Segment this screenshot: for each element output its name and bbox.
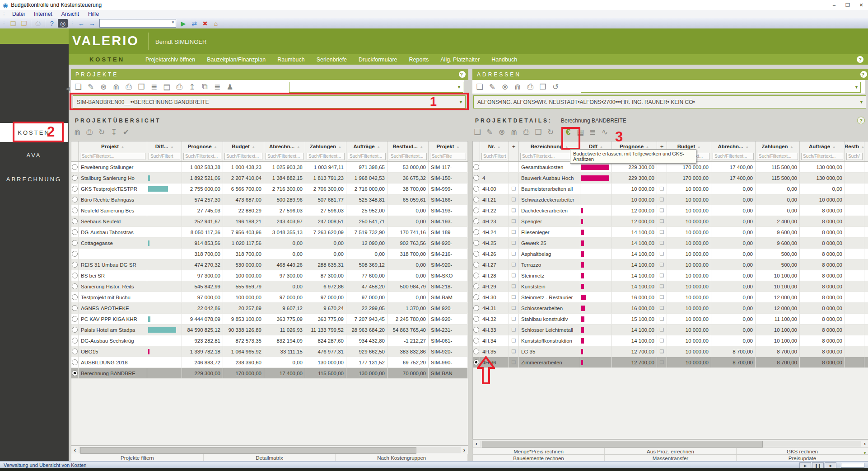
document-icon[interactable]: ❏ xyxy=(660,251,664,257)
filter-input[interactable]: Such/Filtertext... xyxy=(266,153,303,160)
filter-input[interactable]: Such/Filtertext... xyxy=(801,153,843,160)
sort-arrow-icon[interactable]: ▲ xyxy=(646,145,649,148)
project-list-icon[interactable]: ≣ xyxy=(149,82,159,92)
sort-arrow-icon[interactable]: ▲ xyxy=(832,145,835,148)
sort-arrow-icon[interactable]: ▲ xyxy=(565,145,568,148)
document-icon[interactable]: ❏ xyxy=(512,273,516,278)
sort-arrow-icon[interactable]: ▲ xyxy=(600,145,603,148)
table-row[interactable]: Erweiterung Stallunger1 082 583,381 000 … xyxy=(71,162,468,173)
sort-arrow-icon[interactable]: ▲ xyxy=(861,145,864,148)
nav-link-raumbuch[interactable]: Raumbuch xyxy=(277,57,304,63)
sort-arrow-icon[interactable]: ▲ xyxy=(497,145,500,148)
project-select-dropdown[interactable]: SIM-BANDBREN00__••BERECHNUNG BANDBREITE … xyxy=(73,95,466,108)
open-entry-icon[interactable]: ❒ xyxy=(533,127,543,137)
new-project-icon[interactable]: ❏ xyxy=(73,82,84,92)
sort-arrow-icon[interactable]: ▲ xyxy=(338,145,341,148)
recalculate-icon[interactable]: ↻ xyxy=(546,127,555,137)
run-icon[interactable]: ▶ xyxy=(178,19,188,28)
table-row[interactable]: 4H.00❏Baumeisterarbeiten all10 000,00❏10… xyxy=(473,184,868,194)
table-row[interactable]: 4H.21❏Schwarzdeckerarbeiter10 000,00❏10 … xyxy=(473,194,868,205)
filter-input[interactable]: Such/Filtertext... xyxy=(307,153,345,160)
filter-input[interactable]: Such/Filtert xyxy=(481,153,507,160)
details-col-restb[interactable]: Restb▲ xyxy=(845,141,864,151)
edit-address-icon[interactable]: ✎ xyxy=(487,82,498,92)
project-user-icon[interactable]: ♟ xyxy=(224,82,235,92)
document-icon[interactable]: ❏ xyxy=(512,316,516,322)
document-icon[interactable]: ❏ xyxy=(512,186,516,192)
filter-input[interactable]: Such/ xyxy=(846,153,863,160)
print-project-icon[interactable]: ⎙ xyxy=(123,82,134,92)
table-row[interactable]: Palais Hotel am Stadpa84 590 825,1290 33… xyxy=(71,325,468,335)
overview-col-projekt[interactable]: Projekt▲ xyxy=(79,141,147,151)
collapse-panel-icon[interactable]: ◄ xyxy=(65,85,71,92)
search-address-icon[interactable]: ⋒ xyxy=(512,82,523,92)
filter-input[interactable]: Such/Filtertext... xyxy=(713,153,754,160)
table-row[interactable]: Stallburg Sanierung Ho1 892 521,062 207 … xyxy=(71,173,468,184)
details-col-abrechn[interactable]: Abrechn...▲ xyxy=(711,141,756,151)
document-icon[interactable]: ❏ xyxy=(512,197,516,203)
document-icon[interactable]: ❏ xyxy=(660,327,664,333)
projects-help-icon[interactable]: ? xyxy=(459,71,466,78)
radio-button[interactable] xyxy=(72,262,78,268)
open-address-icon[interactable]: ❒ xyxy=(537,82,548,92)
radio-button[interactable] xyxy=(72,164,78,170)
table-row[interactable]: 4H.26❏Asphaltbelag14 100,00❏10 000,000,0… xyxy=(473,249,868,259)
footer-tab-aus-proz-errechnen[interactable]: Aus Proz. errechnen xyxy=(605,448,737,455)
open-project-icon[interactable]: ❒ xyxy=(136,82,147,92)
table-row[interactable]: DG-Ausbau Sechskrüg923 282,81872 573,358… xyxy=(71,335,468,346)
sidebar-item-abrechnung[interactable]: ABRECHNUNG xyxy=(0,170,68,188)
radio-button[interactable] xyxy=(72,273,78,278)
document-icon[interactable]: ❏ xyxy=(660,229,664,235)
radio-button[interactable] xyxy=(72,229,78,235)
radio-button[interactable] xyxy=(473,251,479,257)
radio-button[interactable] xyxy=(473,283,479,289)
calculator-icon[interactable]: ▦ xyxy=(575,127,585,137)
table-row[interactable]: Berechnung BANDBRE229 300,00170 000,0017… xyxy=(71,368,468,379)
minimize-button[interactable]: – xyxy=(827,0,841,10)
document-icon[interactable]: ❏ xyxy=(512,240,516,246)
filter-input[interactable]: Such/Filtert xyxy=(149,153,180,160)
footer-tab-menge-preis-rechnen[interactable]: Menge*Preis rechnen xyxy=(473,448,605,455)
chevron-down-icon[interactable]: ▼ xyxy=(171,20,175,24)
radio-button[interactable] xyxy=(72,338,78,344)
import-project-icon[interactable]: ↥ xyxy=(187,82,197,92)
close-button[interactable]: ✕ xyxy=(854,0,868,10)
document-icon[interactable]: ❏ xyxy=(512,359,516,365)
table-row[interactable]: AGNES-APOTHEKE22 042,8620 257,899 607,12… xyxy=(71,303,468,314)
project-pages-icon[interactable]: ⧉ xyxy=(199,82,210,92)
radio-button[interactable] xyxy=(72,186,78,192)
radio-button[interactable] xyxy=(72,218,78,224)
new-document-icon[interactable]: ❏ xyxy=(8,19,18,28)
sync-icon[interactable]: ⇄ xyxy=(189,19,199,28)
nav-link-serienbriefe[interactable]: Serienbriefe xyxy=(317,57,347,63)
table-row[interactable]: 4H.22❏Dachdeckerarbeiten12 000,00❏10 000… xyxy=(473,205,868,216)
delete-address-icon[interactable]: ⊗ xyxy=(499,82,510,92)
radio-button[interactable] xyxy=(473,197,479,203)
document-icon[interactable]: ❏ xyxy=(512,349,516,354)
radio-button[interactable] xyxy=(72,251,78,257)
table-row[interactable]: Seehaus Neufeld252 941,67196 188,21243 4… xyxy=(71,216,468,227)
toolbar-combobox[interactable]: ▼ xyxy=(99,19,176,28)
menu-item-hilfe[interactable]: Hilfe xyxy=(84,11,103,17)
footer-tab-massentransfer[interactable]: Massentransfer xyxy=(605,455,737,462)
chevron-down-icon[interactable]: ▼ xyxy=(459,100,463,104)
sort-arrow-icon[interactable]: ▲ xyxy=(214,145,217,148)
document-icon[interactable]: ❏ xyxy=(660,197,664,203)
back-icon[interactable]: ← xyxy=(76,19,86,28)
table-row[interactable]: OBG151 339 782,181 064 965,9233 111,1547… xyxy=(71,346,468,357)
print-icon[interactable]: ⎙ xyxy=(33,19,43,28)
print-address-icon[interactable]: ⎙ xyxy=(525,82,536,92)
filter-input[interactable]: Such/Filtertext... xyxy=(80,153,145,160)
document-icon[interactable]: ❏ xyxy=(660,262,664,268)
sort-arrow-icon[interactable]: ▲ xyxy=(170,145,173,148)
print-details-icon[interactable]: ⎙ xyxy=(521,127,531,137)
footer-tab-preisupdate[interactable]: Preisupdate xyxy=(737,455,868,462)
document-icon[interactable]: ❏ xyxy=(660,294,664,300)
table-row[interactable]: 4H.25❏Gewerk 2514 100,00❏10 000,000,009 … xyxy=(473,238,868,249)
document-icon[interactable]: ❏ xyxy=(512,338,516,344)
radio-button[interactable] xyxy=(72,283,78,289)
cancel-icon[interactable]: ✖ xyxy=(200,19,210,28)
sort-arrow-icon[interactable]: ▲ xyxy=(790,145,793,148)
nav-link-bauzeitplan-finanzplan[interactable]: Bauzeitplan/Finanzplan xyxy=(207,57,266,63)
overview-col-prognose[interactable]: Prognose▲ xyxy=(182,141,223,151)
